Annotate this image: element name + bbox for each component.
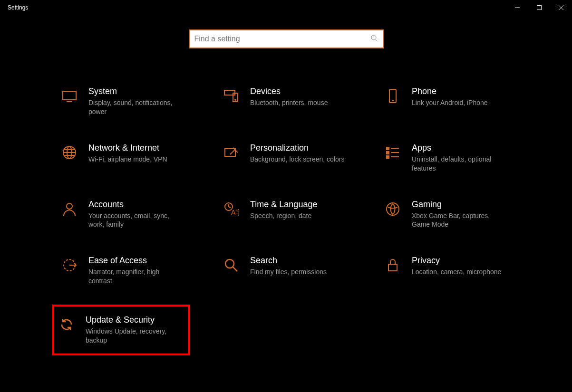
tile-title: System xyxy=(88,86,184,96)
svg-rect-6 xyxy=(63,91,76,100)
close-button[interactable] xyxy=(550,0,572,15)
tile-title: Update & Security xyxy=(86,315,181,325)
update-icon xyxy=(58,316,75,333)
person-icon xyxy=(61,201,78,218)
devices-icon xyxy=(223,87,240,105)
tile-title: Accounts xyxy=(88,200,184,210)
search-box[interactable] xyxy=(189,29,384,48)
tile-title: Time & Language xyxy=(250,200,317,210)
svg-point-35 xyxy=(225,259,234,268)
tile-desc: Speech, region, date xyxy=(250,211,317,220)
tile-personalization[interactable]: Personalization Background, lock screen,… xyxy=(219,139,352,177)
svg-line-36 xyxy=(233,267,237,271)
window-controls xyxy=(506,0,572,15)
tile-network[interactable]: Network & Internet Wi-Fi, airplane mode,… xyxy=(57,139,190,177)
time-language-icon: A字 xyxy=(223,201,240,218)
tile-desc: Location, camera, microphone xyxy=(412,268,501,277)
tile-desc: Your accounts, email, sync, work, family xyxy=(88,211,184,229)
apps-icon xyxy=(384,144,401,161)
svg-rect-37 xyxy=(388,264,397,271)
svg-point-10 xyxy=(235,99,236,100)
tile-system[interactable]: System Display, sound, notifications, po… xyxy=(57,83,190,120)
svg-point-32 xyxy=(387,203,399,215)
tile-time-language[interactable]: A字 Time & Language Speech, region, date xyxy=(219,196,352,233)
tile-accounts[interactable]: Accounts Your accounts, email, sync, wor… xyxy=(57,196,190,233)
tile-devices[interactable]: Devices Bluetooth, printers, mouse xyxy=(219,83,352,120)
tile-update-security[interactable]: Update & Security Windows Update, recove… xyxy=(52,305,190,355)
svg-line-30 xyxy=(229,207,231,208)
tile-title: Devices xyxy=(250,86,328,96)
paint-icon xyxy=(223,144,240,161)
tile-desc: Display, sound, notifications, power xyxy=(88,98,184,116)
tile-title: Privacy xyxy=(412,256,501,266)
svg-rect-22 xyxy=(387,152,389,154)
settings-grid: System Display, sound, notifications, po… xyxy=(0,48,572,355)
tile-desc: Background, lock screen, colors xyxy=(250,155,344,164)
close-icon xyxy=(559,5,563,10)
search-container xyxy=(0,29,572,48)
tile-title: Apps xyxy=(412,143,507,153)
titlebar: Settings xyxy=(0,0,572,15)
tile-gaming[interactable]: Gaming Xbox Game Bar, captures, Game Mod… xyxy=(380,196,514,233)
svg-rect-21 xyxy=(387,147,389,150)
globe-icon xyxy=(61,144,78,161)
minimize-button[interactable] xyxy=(506,0,528,15)
search-input[interactable] xyxy=(194,35,370,43)
tile-desc: Narrator, magnifier, high contrast xyxy=(88,268,184,286)
tile-desc: Uninstall, defaults, optional features xyxy=(412,155,507,173)
tile-title: Phone xyxy=(412,86,488,96)
search-icon xyxy=(370,34,378,44)
tile-desc: Wi-Fi, airplane mode, VPN xyxy=(88,155,167,164)
maximize-icon xyxy=(537,5,542,10)
tile-desc: Xbox Game Bar, captures, Game Mode xyxy=(412,211,507,229)
window-title: Settings xyxy=(8,4,28,11)
maximize-button[interactable] xyxy=(528,0,550,15)
tile-desc: Windows Update, recovery, backup xyxy=(86,327,181,345)
minimize-icon xyxy=(515,5,520,10)
tile-title: Search xyxy=(250,256,327,266)
svg-rect-1 xyxy=(537,6,542,10)
tile-title: Network & Internet xyxy=(88,143,167,153)
svg-text:A字: A字 xyxy=(231,209,239,216)
magnifier-icon xyxy=(223,257,240,274)
tile-desc: Bluetooth, printers, mouse xyxy=(250,98,328,107)
tile-privacy[interactable]: Privacy Location, camera, microphone xyxy=(380,252,514,289)
phone-icon xyxy=(384,87,401,105)
tile-desc: Find my files, permissions xyxy=(250,268,327,277)
lock-icon xyxy=(384,257,401,274)
gaming-icon xyxy=(384,201,401,218)
tile-phone[interactable]: Phone Link your Android, iPhone xyxy=(380,83,514,120)
svg-point-4 xyxy=(371,35,376,40)
tile-title: Ease of Access xyxy=(88,256,184,266)
tile-ease-of-access[interactable]: Ease of Access Narrator, magnifier, high… xyxy=(57,252,190,289)
tile-desc: Link your Android, iPhone xyxy=(412,98,488,107)
tile-title: Personalization xyxy=(250,143,344,153)
svg-rect-18 xyxy=(225,149,235,156)
svg-line-20 xyxy=(230,150,235,154)
system-icon xyxy=(61,87,78,105)
tile-title: Gaming xyxy=(412,200,507,210)
ease-of-access-icon xyxy=(61,257,78,274)
tile-search[interactable]: Search Find my files, permissions xyxy=(219,252,352,289)
tile-apps[interactable]: Apps Uninstall, defaults, optional featu… xyxy=(380,139,514,177)
svg-line-5 xyxy=(376,39,378,41)
svg-point-27 xyxy=(67,203,72,209)
svg-rect-23 xyxy=(387,156,389,158)
